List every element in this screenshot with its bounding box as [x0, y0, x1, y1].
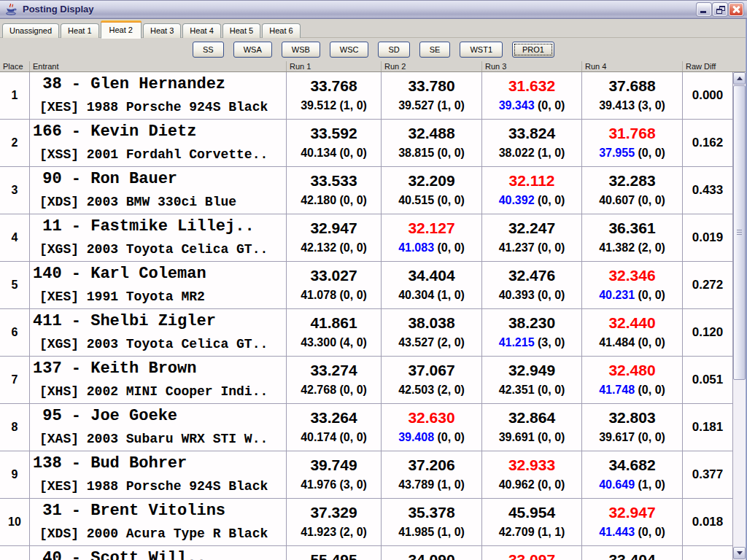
run-adjusted-time: 41.083 (0, 0) — [382, 239, 481, 256]
run-time: 33.768 — [287, 77, 381, 96]
table-row[interactable]: 2166 - Kevin Dietz[XSS] 2001 Fordahl Cor… — [0, 120, 747, 167]
run-time: 31.768 — [582, 124, 682, 143]
arrow-down-icon — [737, 551, 743, 555]
run-1-cell: 33.27442.768 (0, 0) — [286, 357, 381, 403]
sd-class-button[interactable]: SD — [378, 42, 409, 58]
close-button[interactable] — [729, 3, 743, 16]
entrant-name: 38 - Glen Hernandez — [33, 76, 286, 93]
table-row[interactable]: 4 11 - Fastmike Lillej..[XGS] 2003 Toyot… — [0, 214, 747, 262]
entrant-car: [XES] 1988 Porsche 924S Black — [33, 479, 286, 494]
column-header-place[interactable]: Place — [0, 61, 29, 71]
column-header-entrant[interactable]: Entrant — [29, 61, 286, 71]
run-time: 33.824 — [482, 124, 581, 143]
entrant-cell: 40 - Scott Will.. — [29, 546, 286, 560]
place-cell: 1 — [0, 72, 29, 119]
column-header-raw-diff[interactable]: Raw Diff — [682, 61, 747, 71]
raw-diff-cell: 0.018 — [682, 499, 733, 545]
tab-heat-1[interactable]: Heat 1 — [61, 23, 98, 38]
se-class-button[interactable]: SE — [419, 42, 451, 58]
run-time: 32.630 — [382, 408, 481, 427]
table-row[interactable]: 5140 - Karl Coleman[XES] 1991 Toyota MR2… — [0, 262, 747, 309]
run-adjusted-time: 39.343 (0, 0) — [482, 97, 581, 114]
run-adjusted-time: 40.134 (0, 0) — [287, 144, 381, 161]
column-header-run-4[interactable]: Run 4 — [581, 61, 682, 71]
column-header-run-1[interactable]: Run 1 — [286, 61, 381, 71]
run-1-cell: 32.94742.132 (0, 0) — [286, 214, 381, 261]
entrant-name: 140 - Karl Coleman — [33, 265, 286, 283]
vertical-scrollbar[interactable] — [733, 72, 746, 560]
run-3-cell: 32.47640.393 (0, 0) — [481, 262, 581, 308]
run-4-cell: 32.44041.484 (0, 0) — [581, 309, 682, 356]
run-1-cell: 39.74941.976 (3, 0) — [286, 451, 381, 498]
scrollbar-thumb[interactable] — [733, 85, 746, 380]
entrant-name: 95 - Joe Goeke — [33, 408, 286, 425]
java-coffee-cup-icon — [4, 3, 18, 16]
run-time: 41.861 — [287, 314, 381, 332]
minimize-button[interactable] — [697, 3, 711, 16]
arrow-up-icon — [737, 77, 743, 80]
run-time: 33.264 — [287, 408, 381, 427]
run-adjusted-time: 39.691 (0, 0) — [482, 429, 581, 446]
entrant-name: 137 - Keith Brown — [33, 360, 286, 378]
results-table: PlaceEntrantRun 1Run 2Run 3Run 4Raw Diff… — [0, 61, 747, 560]
run-time: 33.780 — [382, 77, 481, 96]
title-bar[interactable]: Posting Display — [0, 0, 747, 19]
raw-diff-cell: 0.000 — [682, 72, 733, 119]
tab-heat-4[interactable]: Heat 4 — [182, 23, 220, 38]
run-2-cell: 38.03843.527 (2, 0) — [381, 309, 481, 356]
scroll-down-button[interactable] — [733, 547, 746, 559]
run-4-cell: 31.76837.955 (0, 0) — [581, 120, 682, 166]
table-row[interactable]: 6411 - Shelbi Zigler[XGS] 2003 Toyota Ce… — [0, 309, 747, 357]
run-time: 36.361 — [582, 219, 682, 238]
table-row[interactable]: 10 31 - Brent Vitolins[XDS] 2000 Acura T… — [0, 499, 747, 546]
tab-unassigned[interactable]: Unassigned — [2, 23, 59, 38]
wst1-class-button[interactable]: WST1 — [460, 42, 503, 58]
posting-display-window: Posting Display UnassignedHeat 1Heat 2He… — [0, 0, 747, 560]
column-header-run-3[interactable]: Run 3 — [481, 61, 581, 71]
run-adjusted-time: 41.985 (1, 0) — [382, 524, 481, 540]
tab-heat-6[interactable]: Heat 6 — [262, 23, 300, 38]
tab-heat-2[interactable]: Heat 2 — [101, 20, 142, 39]
tab-heat-3[interactable]: Heat 3 — [143, 23, 181, 38]
run-time: 32.488 — [382, 124, 481, 143]
run-time: 37.688 — [582, 77, 682, 96]
column-header-run-2[interactable]: Run 2 — [381, 61, 481, 71]
run-time: 45.954 — [482, 503, 581, 522]
entrant-name: 411 - Shelbi Zigler — [33, 313, 286, 330]
entrant-car: [XAS] 2003 Subaru WRX STI W.. — [33, 432, 286, 446]
class-button-toolbar: SSWSAWSBWSCSDSEWST1PRO1 — [0, 38, 747, 61]
entrant-name: 166 - Kevin Dietz — [33, 123, 286, 141]
run-4-cell: 33.404 — [581, 546, 682, 560]
run-adjusted-time: 41.078 (0, 0) — [287, 287, 381, 303]
run-adjusted-time: 41.923 (2, 0) — [287, 524, 381, 540]
table-row[interactable]: 40 - Scott Will..55.49534.09033.09733.40… — [0, 546, 747, 560]
table-row[interactable]: 8 95 - Joe Goeke[XAS] 2003 Subaru WRX ST… — [0, 404, 747, 451]
run-time: 31.632 — [482, 77, 581, 96]
run-time: 33.592 — [287, 124, 381, 143]
place-cell: 5 — [0, 262, 29, 308]
table-row[interactable]: 3 90 - Ron Bauer[XDS] 2003 BMW 330ci Blu… — [0, 167, 747, 214]
raw-diff-cell: 0.181 — [682, 404, 733, 451]
wsa-class-button[interactable]: WSA — [233, 42, 272, 58]
ss-class-button[interactable]: SS — [193, 42, 224, 58]
table-row[interactable]: 1 38 - Glen Hernandez[XES] 1988 Porsche … — [0, 72, 747, 120]
wsc-class-button[interactable]: WSC — [330, 42, 369, 58]
table-row[interactable]: 7137 - Keith Brown[XHS] 2002 MINI Cooper… — [0, 357, 747, 404]
restore-button[interactable] — [713, 3, 727, 16]
run-2-cell: 32.20940.515 (0, 0) — [381, 167, 481, 214]
run-time: 38.230 — [482, 314, 581, 332]
run-3-cell: 38.23041.215 (3, 0) — [481, 309, 581, 356]
wsb-class-button[interactable]: WSB — [282, 42, 320, 58]
tab-heat-5[interactable]: Heat 5 — [222, 23, 260, 38]
run-3-cell: 32.11240.392 (0, 0) — [481, 167, 581, 214]
run-4-cell: 32.28340.607 (0, 0) — [581, 167, 682, 214]
run-adjusted-time: 40.304 (1, 0) — [382, 287, 481, 303]
table-row[interactable]: 9138 - Bud Bohrer[XES] 1988 Porsche 924S… — [0, 451, 747, 499]
entrant-cell: 11 - Fastmike Lillej..[XGS] 2003 Toyota … — [29, 214, 286, 261]
place-cell: 2 — [0, 120, 29, 166]
scroll-up-button[interactable] — [733, 72, 746, 85]
pro1-class-button[interactable]: PRO1 — [512, 42, 554, 58]
run-time: 32.947 — [287, 219, 381, 238]
run-time: 32.949 — [482, 361, 581, 380]
run-adjusted-time: 41.215 (3, 0) — [482, 334, 581, 351]
